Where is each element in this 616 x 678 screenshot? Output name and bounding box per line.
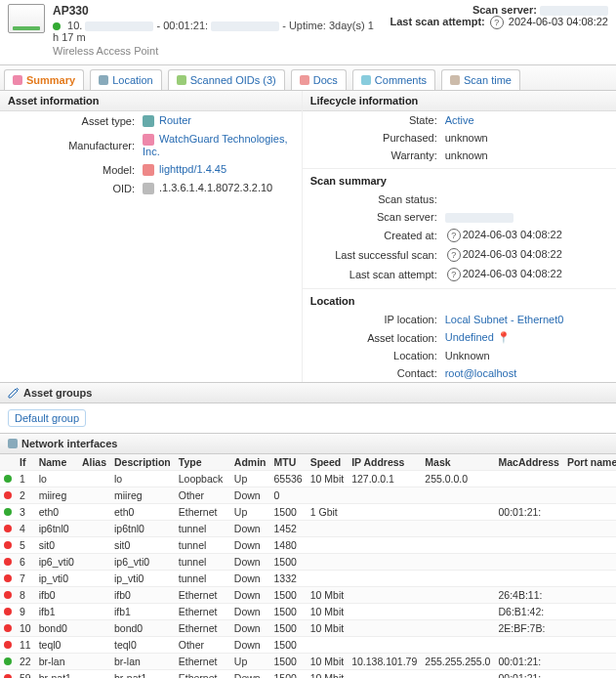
tab-comments[interactable]: Comments	[352, 69, 435, 90]
table-row[interactable]: 6ip6_vti0ip6_vti0tunnelDown1500▸	[0, 554, 616, 571]
kv-key: Contact:	[310, 367, 445, 379]
scan-server-line: Scan server:	[390, 4, 608, 16]
column-header[interactable]: Admin	[230, 454, 270, 471]
kv-row: Scan status:	[303, 191, 616, 208]
kv-row: Location:Unknown	[303, 347, 616, 364]
column-header[interactable]: MacAddress	[494, 454, 562, 471]
access-point-icon	[8, 4, 45, 33]
status-dot-icon	[4, 508, 12, 516]
help-icon[interactable]: ?	[447, 248, 461, 262]
kv-key: State:	[310, 114, 445, 126]
kv-value[interactable]: Active	[445, 114, 608, 126]
kv-value: unknown	[445, 149, 608, 161]
location-heading: Location	[303, 288, 616, 311]
table-row[interactable]: 1loloLoopbackUp6553610 Mbit127.0.0.1255.…	[0, 471, 616, 487]
status-dot-icon	[4, 608, 12, 615]
kv-key: Warranty:	[310, 149, 445, 161]
network-interfaces-table: IfNameAliasDescriptionTypeAdminMTUSpeedI…	[0, 454, 616, 678]
kv-key: OID:	[8, 183, 143, 194]
kv-row: Asset type:Router	[0, 111, 302, 130]
tab-scan-time[interactable]: Scan time	[441, 69, 520, 90]
kv-key: Manufacturer:	[8, 140, 143, 151]
kv-key: Created at:	[310, 230, 445, 241]
table-row[interactable]: 2miiregmiiregOtherDown0▸	[0, 487, 616, 504]
value-icon	[143, 164, 154, 176]
ip-redacted	[85, 21, 153, 31]
tab-label: Scan time	[464, 74, 512, 86]
table-row[interactable]: 22br-lanbr-lanEthernetUp150010 Mbit10.13…	[0, 654, 616, 670]
tab-label: Summary	[26, 74, 75, 86]
column-header[interactable]: Alias	[78, 454, 110, 471]
column-header[interactable]: IP Address	[348, 454, 421, 471]
kv-row: Scan server:	[303, 208, 616, 226]
kv-value: unknown	[445, 132, 608, 144]
help-icon[interactable]: ?	[447, 229, 461, 242]
tab-summary[interactable]: Summary	[4, 69, 84, 90]
kv-value[interactable]: lighttpd/1.4.45	[143, 163, 294, 176]
help-icon[interactable]: ?	[490, 16, 504, 29]
kv-key: Scan server:	[310, 211, 445, 223]
table-row[interactable]: 8ifb0ifb0EthernetDown150010 Mbit26:4B:11…	[0, 587, 616, 604]
kv-key: Asset type:	[8, 115, 143, 127]
status-dot-icon	[4, 641, 12, 649]
status-dot-icon	[4, 657, 12, 665]
pin-icon[interactable]: 📍	[494, 331, 511, 343]
kv-key: Scan status:	[310, 193, 445, 205]
default-group-chip[interactable]: Default group	[8, 409, 86, 427]
column-header[interactable]: Type	[175, 454, 230, 471]
tab-location[interactable]: Location	[90, 69, 162, 90]
status-dot-icon	[4, 574, 12, 582]
status-dot-icon	[53, 22, 61, 30]
kv-value[interactable]: root@localhost	[445, 367, 608, 379]
table-row[interactable]: 7ip_vti0ip_vti0tunnelDown1332▸	[0, 571, 616, 587]
kv-row: IP location:Local Subnet - Ethernet0	[303, 311, 616, 328]
tab-scanned-oids-3-[interactable]: Scanned OIDs (3)	[168, 69, 285, 90]
device-type: Wireless Access Point	[53, 45, 383, 57]
help-icon[interactable]: ?	[447, 268, 461, 281]
tab-label: Location	[112, 74, 153, 86]
column-header[interactable]	[0, 454, 16, 471]
kv-value[interactable]: Undefined 📍	[445, 331, 608, 344]
asset-groups-bar: Asset groups	[0, 382, 616, 403]
table-row[interactable]: 9ifb1ifb1EthernetDown150010 MbitD6:B1:42…	[0, 604, 616, 620]
table-row[interactable]: 3eth0eth0EthernetUp15001 Gbit00:01:21:▸	[0, 504, 616, 521]
column-header[interactable]: Mask	[421, 454, 494, 471]
status-dot-icon	[4, 624, 12, 632]
table-row[interactable]: 10bond0bond0EthernetDown150010 Mbit2E:BF…	[0, 620, 616, 637]
status-dot-icon	[4, 674, 12, 678]
tab-docs[interactable]: Docs	[291, 69, 347, 90]
status-dot-icon	[4, 558, 12, 566]
tab-label: Scanned OIDs (3)	[190, 74, 276, 86]
kv-key: Last scan attempt:	[310, 269, 445, 280]
kv-key: IP location:	[310, 314, 445, 325]
column-header[interactable]: Port name	[563, 454, 616, 471]
column-header[interactable]: If	[16, 454, 35, 471]
redacted-value	[445, 213, 513, 223]
kv-row: Last scan attempt:?2024-06-03 04:08:22	[303, 265, 616, 284]
tab-icon	[450, 75, 460, 85]
column-header[interactable]: Name	[35, 454, 78, 471]
table-row[interactable]: 59br-nat1br-nat1EthernetDown150010 Mbit0…	[0, 670, 616, 678]
column-header[interactable]: Speed	[307, 454, 348, 471]
table-row[interactable]: 5sit0sit0tunnelDown1480▸	[0, 537, 616, 554]
asset-groups-heading: Asset groups	[23, 387, 92, 399]
kv-value[interactable]: Router	[143, 114, 294, 127]
last-scan-attempt-line: Last scan attempt: ? 2024-06-03 04:08:22	[390, 16, 608, 29]
kv-value[interactable]: Local Subnet - Ethernet0	[445, 314, 608, 325]
column-header[interactable]: MTU	[270, 454, 307, 471]
device-subtitle: 10. - 00:01:21: - Uptime: 3day(s) 1 h 17…	[53, 20, 383, 43]
kv-row: Asset location:Undefined 📍	[303, 328, 616, 347]
status-dot-icon	[4, 475, 12, 483]
pencil-icon[interactable]	[8, 387, 20, 399]
table-row[interactable]: 4ip6tnl0ip6tnl0tunnelDown1452▸	[0, 521, 616, 537]
kv-key: Asset location:	[310, 332, 445, 344]
header: AP330 10. - 00:01:21: - Uptime: 3day(s) …	[0, 0, 616, 65]
kv-value[interactable]: WatchGuard Technologies, Inc.	[143, 133, 294, 157]
kv-key: Purchased:	[310, 132, 445, 144]
tab-icon	[177, 75, 186, 85]
kv-row: Last successful scan:?2024-06-03 04:08:2…	[303, 245, 616, 265]
kv-key: Model:	[8, 164, 143, 176]
table-row[interactable]: 11teql0teql0OtherDown1500▸	[0, 637, 616, 654]
kv-value: ?2024-06-03 04:08:22	[445, 229, 608, 242]
column-header[interactable]: Description	[110, 454, 175, 471]
